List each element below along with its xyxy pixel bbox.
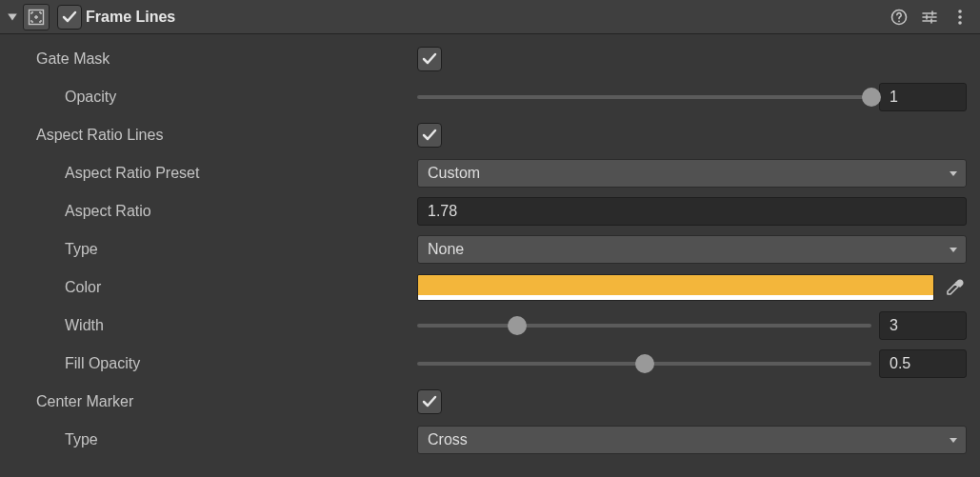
opacity-label: Opacity [8,89,417,106]
aspect-width-label: Width [8,317,417,334]
aspect-ratio-input[interactable] [417,197,967,226]
aspect-color-label: Color [8,279,417,296]
gate-mask-checkbox[interactable] [417,47,442,71]
aspect-type-label: Type [8,241,417,258]
aspect-width-input[interactable] [879,311,967,340]
aspect-type-dropdown[interactable]: None [417,235,967,264]
center-type-dropdown[interactable]: Cross [417,426,967,454]
opacity-slider-thumb[interactable] [862,88,881,107]
opacity-slider[interactable] [417,85,871,109]
svg-point-3 [958,10,962,13]
aspect-type-value: None [428,241,464,258]
svg-point-4 [958,15,962,19]
eyedropper-icon[interactable] [942,275,967,300]
component-header: Frame Lines [0,0,980,34]
fill-opacity-label: Fill Opacity [8,355,417,372]
color-swatch-alpha [418,295,933,300]
component-title: Frame Lines [86,9,175,26]
fill-opacity-slider-thumb[interactable] [635,354,654,373]
component-icon [23,4,50,30]
gate-mask-label: Gate Mask [8,50,417,68]
aspect-width-slider-thumb[interactable] [508,316,527,335]
opacity-input[interactable] [879,83,967,111]
component-enable-checkbox[interactable] [57,5,82,30]
aspect-preset-value: Custom [428,165,480,182]
center-type-label: Type [8,431,417,448]
svg-point-2 [898,20,900,22]
chevron-down-icon [949,431,958,448]
aspect-lines-label: Aspect Ratio Lines [8,127,417,144]
fill-opacity-input[interactable] [879,349,967,378]
color-swatch-main [418,275,933,295]
center-type-value: Cross [428,431,468,448]
panel-body: Gate Mask Opacity Aspect Ratio Lines Asp… [0,34,980,468]
help-icon[interactable] [887,5,911,30]
aspect-preset-label: Aspect Ratio Preset [8,165,417,182]
aspect-width-slider[interactable] [417,313,871,338]
center-marker-label: Center Marker [8,393,417,410]
center-marker-checkbox[interactable] [417,389,442,414]
chevron-down-icon [949,241,958,258]
aspect-preset-dropdown[interactable]: Custom [417,159,967,188]
context-menu-icon[interactable] [948,5,972,30]
fill-opacity-slider[interactable] [417,351,871,376]
aspect-lines-checkbox[interactable] [417,123,442,148]
chevron-down-icon [949,165,958,182]
aspect-color-field[interactable] [417,274,934,301]
aspect-ratio-label: Aspect Ratio [8,203,417,220]
presets-icon[interactable] [917,5,942,30]
foldout-toggle[interactable] [6,10,19,24]
svg-point-5 [958,21,962,25]
